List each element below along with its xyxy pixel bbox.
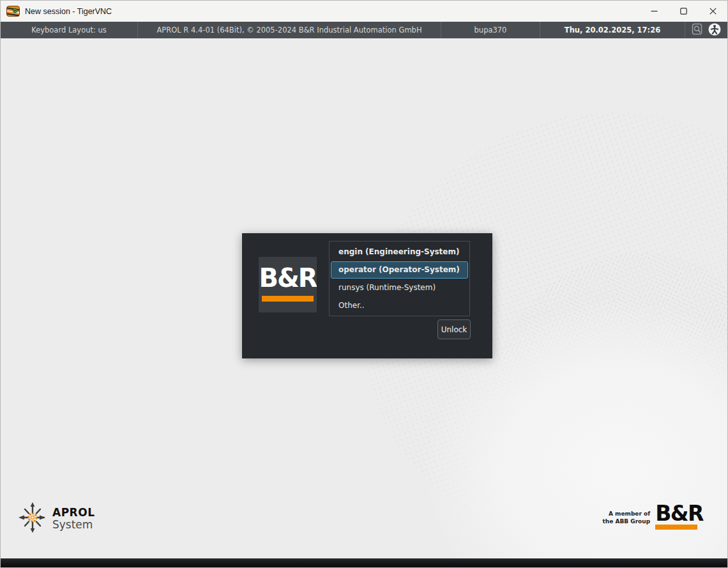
remote-desktop: B&R engin (Engineering-System) operator … [1,38,727,558]
minimize-icon [651,8,658,15]
statusbar-icon-tray [685,22,727,38]
version-info-label: APROL R 4.4-01 (64Bit), © 2005-2024 B&R … [138,22,441,38]
abb-member-logo: A member of the ABB Group B&R [603,503,703,530]
aprol-wordmark: APROL [52,507,95,519]
aprol-system-label: System [52,519,95,531]
window-controls [639,1,727,22]
br-footer-logo-text: B&R [655,503,703,523]
br-logo-text: B&R [259,265,317,291]
user-item-operator[interactable]: operator (Operator-System) [331,261,468,279]
unlock-dialog: B&R engin (Engineering-System) operator … [242,233,492,358]
br-logo-orange-bar [262,296,314,302]
user-item-engin[interactable]: engin (Engineering-System) [331,243,468,261]
bottom-strip [1,558,727,567]
br-footer-logo: B&R [655,503,703,530]
user-list: engin (Engineering-System) operator (Ope… [329,241,470,316]
window-title: New session - TigerVNC [25,7,112,16]
close-button[interactable] [698,1,727,22]
keyboard-layout-label: Keyboard Layout: us [1,22,138,38]
aprol-system-logo: APROL System [19,501,95,537]
abb-member-line2: the ABB Group [603,518,651,525]
tigervnc-app-icon [6,6,20,17]
window-titlebar[interactable]: New session - TigerVNC [1,1,727,22]
aprol-statusbar: Keyboard Layout: us APROL R 4.4-01 (64Bi… [1,22,727,38]
screen-magnifier-icon[interactable] [692,23,702,37]
datetime-label: Thu, 20.02.2025, 17:26 [540,22,685,38]
close-icon [709,8,717,15]
user-item-other[interactable]: Other.. [331,297,468,314]
abb-member-line1: A member of [603,510,651,518]
aprol-star-icon [19,501,47,537]
user-item-runsys[interactable]: runsys (Runtime-System) [331,279,468,296]
hostname-label: bupa370 [441,22,540,38]
maximize-button[interactable] [669,1,698,22]
unlock-button[interactable]: Unlock [437,319,471,339]
br-logo-tile: B&R [259,257,317,312]
vnc-window: New session - TigerVNC Keyboard Layo [0,0,728,568]
minimize-button[interactable] [639,1,669,22]
accessibility-icon[interactable] [708,23,721,38]
maximize-icon [680,8,687,15]
